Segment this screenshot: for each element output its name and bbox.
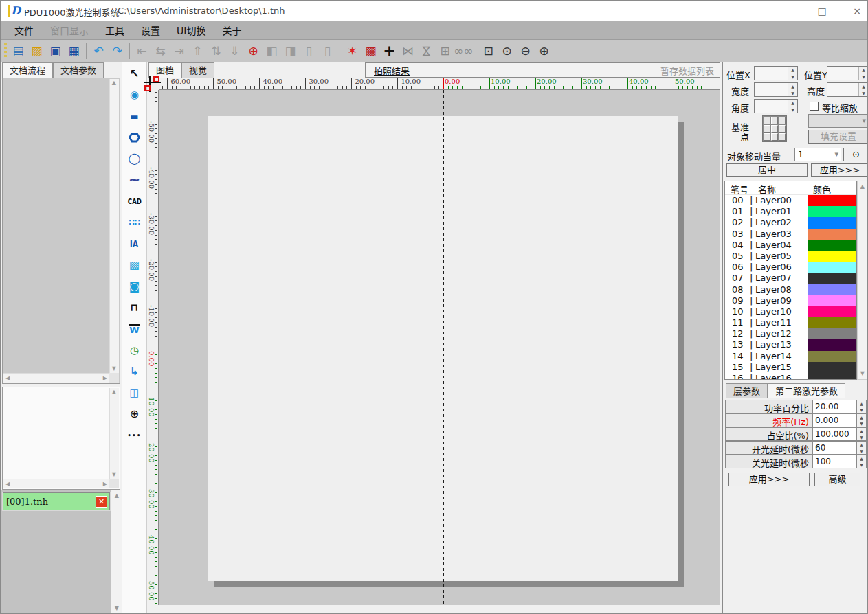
layer-row[interactable]: 12|Layer12 xyxy=(725,328,856,339)
angle-value[interactable] xyxy=(755,100,788,113)
datum-cell[interactable] xyxy=(779,125,786,133)
datum-cell[interactable] xyxy=(764,133,770,141)
menu-file[interactable]: 文件 xyxy=(6,21,42,39)
position-x-input[interactable]: ▲▼ xyxy=(754,66,798,80)
parameter-spinner[interactable]: ▲▼ xyxy=(856,427,867,441)
scroll-up-icon[interactable]: ▲ xyxy=(112,80,116,86)
parameter-label-button[interactable]: 关光延时(微秒 xyxy=(725,455,812,468)
scroll-right-icon[interactable]: ▶ xyxy=(103,376,107,381)
tab-doc-params[interactable]: 文档参数 xyxy=(53,62,104,78)
file-close-icon[interactable]: ✕ xyxy=(96,496,107,508)
spin-up-icon[interactable]: ▲ xyxy=(857,414,866,420)
layer-color-swatch[interactable] xyxy=(808,262,857,273)
position-x-spinner[interactable]: ▲▼ xyxy=(788,67,797,80)
layer-row[interactable]: 04|Layer04 xyxy=(725,240,856,251)
spin-up-icon[interactable]: ▲ xyxy=(857,442,866,448)
tab-laser2-params[interactable]: 第二路激光参数 xyxy=(768,383,845,398)
camera-tool[interactable]: ◙ xyxy=(124,276,146,297)
layer-color-swatch[interactable] xyxy=(808,206,857,217)
doc-list-vscrollbar[interactable]: ▲▼ xyxy=(109,388,119,479)
zoom-selection-button[interactable]: ⊙ xyxy=(498,42,516,60)
spin-up-icon[interactable]: ▲ xyxy=(788,67,797,73)
scroll-up-icon[interactable]: ▲ xyxy=(860,184,865,190)
files-vscrollbar[interactable]: ▲▼ xyxy=(111,490,122,614)
datum-cell[interactable] xyxy=(779,117,786,124)
layer-color-swatch[interactable] xyxy=(808,217,857,228)
galvo-mark-button[interactable]: ✶ xyxy=(343,42,361,60)
layer-row[interactable]: 09|Layer09 xyxy=(725,295,856,306)
wave-tool[interactable]: W xyxy=(124,319,146,339)
layer-color-swatch[interactable] xyxy=(808,195,857,206)
parameter-value-input[interactable]: 0.000 xyxy=(812,413,856,427)
polygon-tool[interactable] xyxy=(124,127,146,148)
spin-down-icon[interactable]: ▼ xyxy=(857,448,866,454)
spin-down-icon[interactable]: ▼ xyxy=(857,462,866,468)
menu-about[interactable]: 关于 xyxy=(214,21,249,39)
save-all-button[interactable]: ▦ xyxy=(65,42,83,60)
layer-color-swatch[interactable] xyxy=(808,339,857,350)
measure-tool[interactable]: ◫ xyxy=(124,383,146,403)
layer-row[interactable]: 14|Layer14 xyxy=(725,351,856,362)
drawing-canvas[interactable] xyxy=(159,90,720,605)
parameter-value-input[interactable]: 20.00 xyxy=(812,400,856,413)
layer-color-swatch[interactable] xyxy=(808,284,857,295)
line-tool[interactable]: ▬ xyxy=(124,106,146,126)
doc-flow-vscrollbar[interactable]: ▼▲ xyxy=(109,79,119,373)
layer-color-swatch[interactable] xyxy=(808,273,857,284)
layer-row[interactable]: 13|Layer13 xyxy=(725,339,856,350)
parameter-spinner[interactable]: ▲▼ xyxy=(856,455,867,468)
position-y-value[interactable] xyxy=(827,67,858,80)
layer-row[interactable]: 06|Layer06 xyxy=(725,262,856,273)
qrcode-tool[interactable]: ▩ xyxy=(124,255,146,275)
zoom-in-button[interactable]: ⊕ xyxy=(535,42,553,60)
datum-cell[interactable] xyxy=(764,117,770,124)
text-tool[interactable]: IA xyxy=(124,234,146,254)
datum-cell[interactable] xyxy=(771,125,778,133)
scroll-right-icon[interactable]: ▶ xyxy=(103,481,107,487)
scroll-left-icon[interactable]: ◀ xyxy=(5,481,10,487)
redo-button[interactable]: ↷ xyxy=(108,42,126,60)
tab-doc-flow[interactable]: 文档流程 xyxy=(2,62,53,78)
layer-row[interactable]: 08|Layer08 xyxy=(725,284,856,295)
layer-color-swatch[interactable] xyxy=(808,306,857,317)
scroll-up-icon[interactable]: ▲ xyxy=(112,389,116,395)
open-file-item[interactable]: [00]1.tnh✕ xyxy=(3,492,110,510)
spin-down-icon[interactable]: ▼ xyxy=(788,73,797,80)
advanced-button[interactable]: 高级 xyxy=(814,473,860,486)
open-file-button[interactable]: ▨ xyxy=(27,42,46,60)
curve-tool[interactable]: ~ xyxy=(124,170,146,190)
layer-row[interactable]: 02|Layer02 xyxy=(725,217,856,228)
scroll-down-icon[interactable]: ▼ xyxy=(115,606,119,611)
dot-matrix-tool[interactable]: ∷∷ xyxy=(124,212,146,233)
spin-down-icon[interactable]: ▼ xyxy=(857,434,866,440)
undo-button[interactable]: ↶ xyxy=(89,42,108,60)
layer-row[interactable]: 15|Layer15 xyxy=(725,362,856,373)
fill-style-combo[interactable]: ▾ xyxy=(808,114,868,128)
scroll-left-icon[interactable]: ◀ xyxy=(5,376,10,381)
maximize-button[interactable]: □ xyxy=(810,3,834,19)
move-increment-combo[interactable]: 1▾ xyxy=(794,148,841,161)
layer-color-swatch[interactable] xyxy=(808,317,857,328)
delay-tool[interactable]: ◷ xyxy=(124,340,146,361)
spin-up-icon[interactable]: ▲ xyxy=(857,455,866,462)
position-x-value[interactable] xyxy=(755,67,788,80)
flip-vertical-button[interactable]: ⋈ xyxy=(417,42,436,60)
doc-flow-hscrollbar[interactable]: ◀▶ xyxy=(3,373,109,383)
tab-layer-params[interactable]: 层参数 xyxy=(726,383,768,398)
parameter-label-button[interactable]: 功率百分比 xyxy=(725,400,812,413)
parameter-spinner[interactable]: ▲▼ xyxy=(856,413,867,427)
menu-ui-switch[interactable]: UI切换 xyxy=(168,21,214,39)
uniform-scale-checkbox[interactable] xyxy=(810,102,819,111)
spin-up-icon[interactable]: ▲ xyxy=(857,400,866,407)
layer-color-swatch[interactable] xyxy=(808,328,857,339)
scroll-up-icon[interactable]: ▲ xyxy=(115,493,119,499)
parameter-label-button[interactable]: 开光延时(微秒 xyxy=(725,441,812,455)
zoom-out-button[interactable]: ⊖ xyxy=(516,42,535,60)
layer-row[interactable]: 01|Layer01 xyxy=(725,206,856,217)
select-tool[interactable]: ↖ xyxy=(124,63,146,84)
layer-row[interactable]: 07|Layer07 xyxy=(725,273,856,284)
parameter-spinner[interactable]: ▲▼ xyxy=(856,400,867,413)
parameter-label-button[interactable]: 频率(Hz) xyxy=(725,413,812,427)
layer-color-swatch[interactable] xyxy=(808,362,857,373)
doc-flow-panel[interactable]: ▼▲ ◀▶ xyxy=(2,78,120,384)
